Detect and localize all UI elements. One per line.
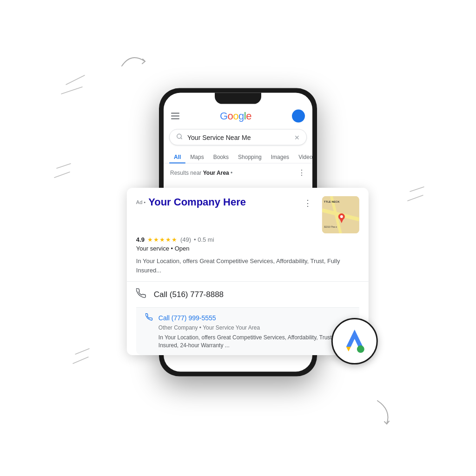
results-near-text: Results near Your Area • xyxy=(170,169,232,176)
google-logo-e: e xyxy=(246,110,251,122)
google-logo-g: G xyxy=(220,110,228,122)
ad-badge: Ad • xyxy=(136,199,145,205)
second-description: In Your Location, offers Great Competiti… xyxy=(159,334,350,350)
svg-point-17 xyxy=(340,215,343,218)
search-clear-button[interactable]: ✕ xyxy=(294,133,300,141)
tab-maps[interactable]: Maps xyxy=(185,151,208,163)
ad-card-title-area: Ad • Your Company Here xyxy=(136,196,302,208)
scene: Google Your Service Near Me ✕ xyxy=(29,29,447,447)
svg-text:32210 The e: 32210 The e xyxy=(324,225,337,228)
svg-point-20 xyxy=(357,345,364,353)
call-section[interactable]: Call (516) 777-8888 xyxy=(136,282,359,307)
svg-marker-19 xyxy=(346,347,351,351)
second-company-info: Other Company • Your Service Your Area xyxy=(159,324,350,331)
rating-row: 4.9 ★★★★★ (49) • 0.5 mi xyxy=(136,236,359,243)
svg-line-2 xyxy=(57,164,71,168)
google-ads-badge xyxy=(331,318,378,364)
svg-line-0 xyxy=(66,75,85,85)
svg-marker-18 xyxy=(346,330,363,347)
ad-card-header: Ad • Your Company Here ⋮ xyxy=(136,196,359,233)
ad-card: Ad • Your Company Here ⋮ xyxy=(127,188,369,355)
google-avatar[interactable] xyxy=(292,110,305,123)
second-call-row[interactable]: Call (777) 999-5555 xyxy=(145,313,350,323)
map-thumbnail-svg: TTLE NECK 32210 The e xyxy=(322,196,359,233)
stars: ★★★★★ xyxy=(147,236,178,243)
svg-line-5 xyxy=(408,195,423,201)
svg-text:TTLE NECK: TTLE NECK xyxy=(324,200,340,203)
ad-card-wrapper: Ad • Your Company Here ⋮ xyxy=(127,188,369,355)
svg-line-1 xyxy=(61,87,82,94)
service-open-row: Your service • Open xyxy=(136,245,359,252)
google-logo-o2: o xyxy=(233,110,238,122)
tab-videos[interactable]: Videos xyxy=(294,151,312,163)
google-logo-o1: o xyxy=(228,110,233,122)
ad-label-title: Ad • Your Company Here xyxy=(136,196,302,208)
second-phone-icon xyxy=(145,313,153,323)
phone-notch xyxy=(215,93,261,104)
search-bar[interactable]: Your Service Near Me ✕ xyxy=(169,129,307,145)
rating-number: 4.9 xyxy=(136,236,145,243)
second-result: Call (777) 999-5555 Other Company • Your… xyxy=(136,307,359,355)
svg-line-9 xyxy=(181,138,182,139)
rating-count: (49) xyxy=(180,236,191,243)
tab-books[interactable]: Books xyxy=(209,151,233,163)
google-ads-logo xyxy=(341,327,369,355)
google-logo-g2: g xyxy=(238,110,244,122)
svg-line-4 xyxy=(410,187,424,192)
ad-description: In Your Location, offers Great Competiti… xyxy=(136,257,359,275)
results-near-bar: Results near Your Area • ⋮ xyxy=(164,164,312,180)
hamburger-menu[interactable] xyxy=(171,113,179,119)
second-call-number[interactable]: Call (777) 999-5555 xyxy=(159,314,216,322)
search-tabs: All Maps Books Shopping Images Videos xyxy=(164,148,312,164)
svg-line-3 xyxy=(54,172,70,178)
tab-all[interactable]: All xyxy=(169,151,185,163)
call-number-text[interactable]: Call (516) 777-8888 xyxy=(154,290,224,299)
tab-images[interactable]: Images xyxy=(266,151,294,163)
svg-line-7 xyxy=(73,357,88,364)
tab-shopping[interactable]: Shopping xyxy=(233,151,266,163)
ad-menu-dots[interactable]: ⋮ xyxy=(302,196,314,210)
results-menu-dots[interactable]: ⋮ xyxy=(298,168,306,177)
search-query-text: Your Service Near Me xyxy=(187,133,294,141)
ad-company-name[interactable]: Your Company Here xyxy=(148,196,246,208)
rating-distance: • 0.5 mi xyxy=(194,236,214,243)
ad-map-thumbnail[interactable]: TTLE NECK 32210 The e xyxy=(322,196,359,233)
svg-line-6 xyxy=(75,349,89,354)
google-logo: Google xyxy=(220,110,251,122)
call-phone-icon xyxy=(136,288,146,301)
search-icon xyxy=(176,133,183,141)
